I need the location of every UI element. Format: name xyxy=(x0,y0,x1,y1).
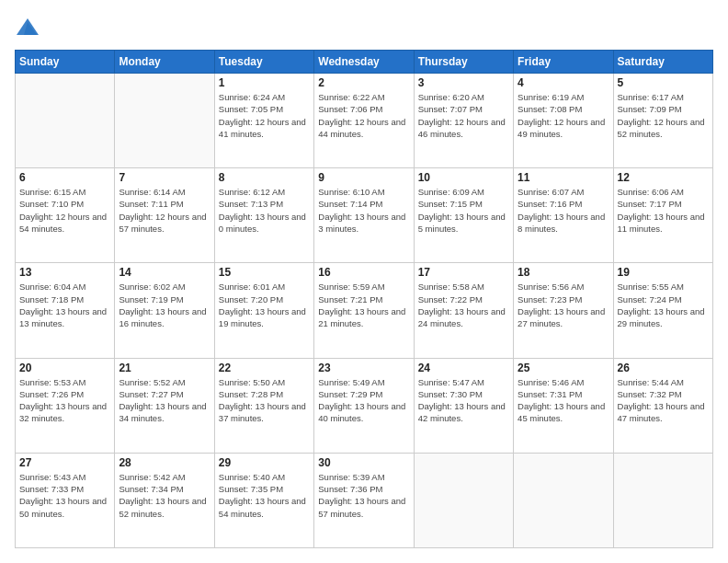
day-number: 30 xyxy=(318,456,409,469)
day-info: Sunrise: 5:42 AM Sunset: 7:34 PM Dayligh… xyxy=(119,471,210,520)
calendar-cell: 12Sunrise: 6:06 AM Sunset: 7:17 PM Dayli… xyxy=(613,168,712,263)
calendar-week-row: 13Sunrise: 6:04 AM Sunset: 7:18 PM Dayli… xyxy=(16,263,713,358)
calendar-header-row: SundayMondayTuesdayWednesdayThursdayFrid… xyxy=(16,51,713,74)
calendar-cell: 15Sunrise: 6:01 AM Sunset: 7:20 PM Dayli… xyxy=(214,263,313,358)
calendar-week-row: 27Sunrise: 5:43 AM Sunset: 7:33 PM Dayli… xyxy=(16,453,713,547)
calendar-cell: 28Sunrise: 5:42 AM Sunset: 7:34 PM Dayli… xyxy=(115,453,214,547)
calendar-table: SundayMondayTuesdayWednesdayThursdayFrid… xyxy=(15,50,713,548)
calendar-cell xyxy=(414,453,513,547)
day-info: Sunrise: 6:14 AM Sunset: 7:11 PM Dayligh… xyxy=(119,186,210,235)
day-info: Sunrise: 6:09 AM Sunset: 7:15 PM Dayligh… xyxy=(418,186,509,235)
calendar-header-monday: Monday xyxy=(115,51,214,74)
calendar-cell xyxy=(16,74,115,168)
calendar-header-saturday: Saturday xyxy=(613,51,712,74)
calendar-header-tuesday: Tuesday xyxy=(214,51,313,74)
day-number: 5 xyxy=(618,76,709,89)
day-info: Sunrise: 6:20 AM Sunset: 7:07 PM Dayligh… xyxy=(418,91,509,140)
day-number: 25 xyxy=(518,362,609,374)
calendar-cell: 19Sunrise: 5:55 AM Sunset: 7:24 PM Dayli… xyxy=(613,263,712,358)
day-info: Sunrise: 6:02 AM Sunset: 7:19 PM Dayligh… xyxy=(119,281,210,329)
day-info: Sunrise: 5:50 AM Sunset: 7:28 PM Dayligh… xyxy=(219,376,310,425)
day-number: 23 xyxy=(318,362,409,374)
day-info: Sunrise: 5:43 AM Sunset: 7:33 PM Dayligh… xyxy=(19,471,110,520)
day-info: Sunrise: 6:19 AM Sunset: 7:08 PM Dayligh… xyxy=(518,91,609,140)
day-number: 7 xyxy=(119,171,210,184)
day-number: 18 xyxy=(518,266,609,279)
calendar-header-sunday: Sunday xyxy=(16,51,115,74)
day-info: Sunrise: 5:58 AM Sunset: 7:22 PM Dayligh… xyxy=(418,281,509,329)
calendar-cell: 26Sunrise: 5:44 AM Sunset: 7:32 PM Dayli… xyxy=(613,358,712,453)
day-number: 10 xyxy=(418,171,509,184)
day-info: Sunrise: 6:15 AM Sunset: 7:10 PM Dayligh… xyxy=(19,186,110,235)
day-info: Sunrise: 6:12 AM Sunset: 7:13 PM Dayligh… xyxy=(219,186,310,235)
logo xyxy=(15,15,44,40)
calendar-cell: 10Sunrise: 6:09 AM Sunset: 7:15 PM Dayli… xyxy=(414,168,513,263)
day-info: Sunrise: 6:06 AM Sunset: 7:17 PM Dayligh… xyxy=(618,186,709,235)
day-number: 26 xyxy=(618,362,709,374)
calendar-cell: 9Sunrise: 6:10 AM Sunset: 7:14 PM Daylig… xyxy=(314,168,414,263)
day-number: 22 xyxy=(219,362,310,374)
calendar-cell: 1Sunrise: 6:24 AM Sunset: 7:05 PM Daylig… xyxy=(214,74,313,168)
day-info: Sunrise: 6:01 AM Sunset: 7:20 PM Dayligh… xyxy=(219,281,310,329)
header xyxy=(15,15,713,40)
day-number: 12 xyxy=(618,171,709,184)
day-info: Sunrise: 6:04 AM Sunset: 7:18 PM Dayligh… xyxy=(19,281,110,329)
day-number: 28 xyxy=(119,456,210,469)
calendar-cell: 25Sunrise: 5:46 AM Sunset: 7:31 PM Dayli… xyxy=(514,358,613,453)
day-number: 27 xyxy=(19,456,110,469)
calendar-cell: 7Sunrise: 6:14 AM Sunset: 7:11 PM Daylig… xyxy=(115,168,214,263)
day-number: 2 xyxy=(318,76,409,89)
day-info: Sunrise: 6:22 AM Sunset: 7:06 PM Dayligh… xyxy=(318,91,409,140)
day-number: 3 xyxy=(418,76,509,89)
calendar-cell: 4Sunrise: 6:19 AM Sunset: 7:08 PM Daylig… xyxy=(514,74,613,168)
day-number: 6 xyxy=(19,171,110,184)
calendar-cell: 13Sunrise: 6:04 AM Sunset: 7:18 PM Dayli… xyxy=(16,263,115,358)
day-info: Sunrise: 5:55 AM Sunset: 7:24 PM Dayligh… xyxy=(618,281,709,329)
day-info: Sunrise: 6:10 AM Sunset: 7:14 PM Dayligh… xyxy=(318,186,409,235)
day-number: 16 xyxy=(318,266,409,279)
calendar-cell: 8Sunrise: 6:12 AM Sunset: 7:13 PM Daylig… xyxy=(214,168,313,263)
calendar-cell: 17Sunrise: 5:58 AM Sunset: 7:22 PM Dayli… xyxy=(414,263,513,358)
day-number: 11 xyxy=(518,171,609,184)
day-info: Sunrise: 5:59 AM Sunset: 7:21 PM Dayligh… xyxy=(318,281,409,329)
calendar-cell: 24Sunrise: 5:47 AM Sunset: 7:30 PM Dayli… xyxy=(414,358,513,453)
calendar-header-thursday: Thursday xyxy=(414,51,513,74)
day-number: 8 xyxy=(219,171,310,184)
calendar-cell: 2Sunrise: 6:22 AM Sunset: 7:06 PM Daylig… xyxy=(314,74,414,168)
calendar-cell: 16Sunrise: 5:59 AM Sunset: 7:21 PM Dayli… xyxy=(314,263,414,358)
calendar-week-row: 20Sunrise: 5:53 AM Sunset: 7:26 PM Dayli… xyxy=(16,358,713,453)
day-info: Sunrise: 6:17 AM Sunset: 7:09 PM Dayligh… xyxy=(618,91,709,140)
day-info: Sunrise: 5:39 AM Sunset: 7:36 PM Dayligh… xyxy=(318,471,409,520)
day-number: 15 xyxy=(219,266,310,279)
day-number: 13 xyxy=(19,266,110,279)
calendar-header-friday: Friday xyxy=(514,51,613,74)
day-info: Sunrise: 5:44 AM Sunset: 7:32 PM Dayligh… xyxy=(618,376,709,425)
logo-icon xyxy=(15,15,40,40)
page: SundayMondayTuesdayWednesdayThursdayFrid… xyxy=(0,0,728,563)
calendar-cell xyxy=(613,453,712,547)
calendar-cell: 18Sunrise: 5:56 AM Sunset: 7:23 PM Dayli… xyxy=(514,263,613,358)
day-number: 21 xyxy=(119,362,210,374)
day-info: Sunrise: 5:46 AM Sunset: 7:31 PM Dayligh… xyxy=(518,376,609,425)
day-number: 1 xyxy=(219,76,310,89)
calendar-cell: 6Sunrise: 6:15 AM Sunset: 7:10 PM Daylig… xyxy=(16,168,115,263)
day-number: 20 xyxy=(19,362,110,374)
calendar-cell: 20Sunrise: 5:53 AM Sunset: 7:26 PM Dayli… xyxy=(16,358,115,453)
day-number: 4 xyxy=(518,76,609,89)
day-info: Sunrise: 5:56 AM Sunset: 7:23 PM Dayligh… xyxy=(518,281,609,329)
calendar-header-wednesday: Wednesday xyxy=(314,51,414,74)
calendar-week-row: 6Sunrise: 6:15 AM Sunset: 7:10 PM Daylig… xyxy=(16,168,713,263)
calendar-cell: 11Sunrise: 6:07 AM Sunset: 7:16 PM Dayli… xyxy=(514,168,613,263)
calendar-cell: 27Sunrise: 5:43 AM Sunset: 7:33 PM Dayli… xyxy=(16,453,115,547)
calendar-cell: 23Sunrise: 5:49 AM Sunset: 7:29 PM Dayli… xyxy=(314,358,414,453)
day-info: Sunrise: 6:24 AM Sunset: 7:05 PM Dayligh… xyxy=(219,91,310,140)
calendar-week-row: 1Sunrise: 6:24 AM Sunset: 7:05 PM Daylig… xyxy=(16,74,713,168)
day-info: Sunrise: 5:47 AM Sunset: 7:30 PM Dayligh… xyxy=(418,376,509,425)
day-info: Sunrise: 5:52 AM Sunset: 7:27 PM Dayligh… xyxy=(119,376,210,425)
calendar-cell: 14Sunrise: 6:02 AM Sunset: 7:19 PM Dayli… xyxy=(115,263,214,358)
calendar-cell: 21Sunrise: 5:52 AM Sunset: 7:27 PM Dayli… xyxy=(115,358,214,453)
calendar-cell: 5Sunrise: 6:17 AM Sunset: 7:09 PM Daylig… xyxy=(613,74,712,168)
calendar-cell: 22Sunrise: 5:50 AM Sunset: 7:28 PM Dayli… xyxy=(214,358,313,453)
day-number: 24 xyxy=(418,362,509,374)
day-number: 14 xyxy=(119,266,210,279)
